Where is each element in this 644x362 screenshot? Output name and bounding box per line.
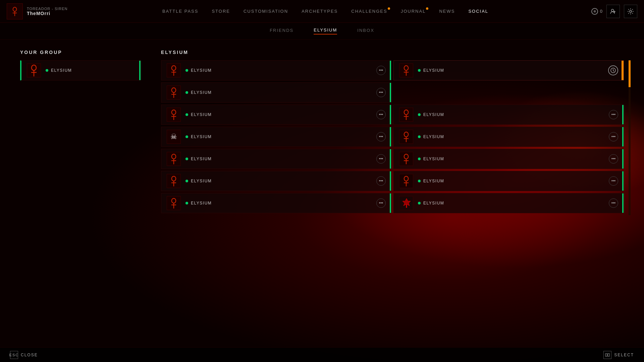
player-avatar	[7, 3, 23, 19]
your-group-member[interactable]: ELYSIUM	[20, 60, 141, 80]
elysium-member-left-1[interactable]: ELYSIUM •••	[161, 82, 391, 103]
dots-btn-left-4[interactable]: •••	[376, 154, 386, 164]
name-row-r5: ELYSIUM	[418, 201, 604, 205]
player-info: TOREADOR - SIREN TheMOrri	[7, 3, 80, 19]
currency-display: ⊕ 0	[591, 8, 602, 15]
svg-rect-46	[605, 354, 607, 356]
svg-point-17	[172, 154, 176, 159]
elysium-member-right-5[interactable]: ELYSIUM •••	[393, 193, 624, 213]
dots-btn-left-0[interactable]: •••	[376, 66, 386, 75]
border-3	[390, 127, 391, 146]
name-2: ELYSIUM	[191, 112, 212, 117]
tab-friends[interactable]: FRIENDS	[270, 28, 293, 34]
scroll-track	[629, 60, 631, 215]
dots-btn-right-1[interactable]: •••	[609, 110, 618, 119]
name-row-1: ELYSIUM	[185, 90, 372, 95]
nav-customisation[interactable]: CUSTOMISATION	[244, 9, 288, 14]
elysium-member-left-0[interactable]: ELYSIUM •••	[161, 60, 391, 80]
svg-point-23	[172, 198, 176, 203]
svg-rect-47	[608, 354, 609, 356]
context-menu-trigger[interactable]	[608, 65, 618, 75]
main-area: YOUR GROUP ELYSIUM ELYSIUM	[0, 40, 644, 347]
select-key	[603, 351, 611, 359]
member-name: ELYSIUM	[51, 68, 72, 73]
close-button[interactable]: ESC CLOSE	[10, 351, 38, 359]
your-group-title: YOUR GROUP	[20, 50, 141, 55]
elysium-grid: ELYSIUM •••	[161, 60, 624, 215]
dots-btn-right-2[interactable]: •••	[609, 132, 618, 141]
name-6: ELYSIUM	[191, 201, 212, 205]
player-details: TOREADOR - SIREN TheMOrri	[27, 7, 68, 16]
name-r3: ELYSIUM	[423, 157, 444, 161]
nav-store[interactable]: STORE	[212, 9, 230, 14]
avatar-r1	[399, 108, 413, 122]
nav-social[interactable]: SOCIAL	[468, 9, 488, 14]
nav-news[interactable]: NEWS	[439, 9, 455, 14]
name-row-r4: ELYSIUM	[418, 179, 604, 183]
settings-button[interactable]	[624, 5, 637, 18]
border-2	[390, 105, 391, 124]
avatar-0	[167, 63, 181, 77]
select-button[interactable]: SELECT	[603, 351, 634, 359]
elysium-member-right-0[interactable]: ELYSIUM INVITE TO GROUP	[393, 60, 624, 80]
elysium-section: ELYSIUM	[161, 50, 624, 337]
elysium-member-right-2[interactable]: ELYSIUM •••	[393, 127, 624, 147]
dot-r0	[418, 69, 421, 72]
elysium-member-left-5[interactable]: ELYSIUM •••	[161, 171, 391, 191]
dots-btn-left-5[interactable]: •••	[376, 176, 386, 186]
online-indicator	[46, 69, 48, 72]
elysium-member-left-3[interactable]: ☠ ELYSIUM •••	[161, 127, 391, 147]
elysium-member-right-4[interactable]: ELYSIUM •••	[393, 171, 624, 191]
bottom-bar: ESC CLOSE SELECT	[0, 347, 644, 362]
elysium-member-right-3[interactable]: ELYSIUM •••	[393, 149, 624, 169]
elysium-title: ELYSIUM	[161, 50, 624, 55]
elysium-left-col: ELYSIUM •••	[161, 60, 391, 215]
avatar-r5	[399, 196, 413, 210]
dot-4	[185, 158, 188, 160]
dot-r2	[418, 135, 421, 138]
name-row-2: ELYSIUM	[185, 112, 372, 117]
avatar-6	[167, 196, 181, 210]
esc-key: ESC	[10, 351, 18, 359]
dots-btn-right-5[interactable]: •••	[609, 198, 618, 208]
nav-archetypes[interactable]: ARCHETYPES	[302, 9, 338, 14]
dots-btn-right-3[interactable]: •••	[609, 154, 618, 164]
border-6	[390, 193, 391, 213]
dots-btn-left-1[interactable]: •••	[376, 88, 386, 97]
friends-button[interactable]	[606, 5, 620, 18]
dots-btn-left-2[interactable]: •••	[376, 110, 386, 119]
elysium-member-right-1[interactable]: ELYSIUM •••	[393, 105, 624, 125]
name-row-4: ELYSIUM	[185, 157, 372, 161]
dots-btn-left-3[interactable]: •••	[376, 132, 386, 141]
avatar-3: ☠	[167, 130, 181, 144]
name-3: ELYSIUM	[191, 134, 212, 139]
border-r3	[622, 149, 624, 169]
name-row-0: ELYSIUM	[185, 68, 372, 73]
name-row-5: ELYSIUM	[185, 179, 372, 183]
svg-point-26	[404, 66, 408, 70]
nav-journal[interactable]: JOURNAL	[401, 9, 426, 14]
top-navigation: TOREADOR - SIREN TheMOrri BATTLE PASS ST…	[0, 0, 644, 23]
sub-navigation: FRIENDS ELYSIUM INBOX	[0, 23, 644, 40]
name-row-6: ELYSIUM	[185, 201, 372, 205]
nav-battle-pass[interactable]: BATTLE PASS	[162, 9, 199, 14]
avatar-r2	[399, 130, 413, 144]
scroll-thumb[interactable]	[629, 60, 631, 87]
dots-btn-left-6[interactable]: •••	[376, 198, 386, 208]
svg-point-35	[404, 132, 408, 137]
member-avatar	[27, 63, 41, 77]
nav-challenges[interactable]: CHALLENGES	[351, 9, 387, 14]
tab-elysium[interactable]: ELYSIUM	[314, 27, 337, 35]
elysium-member-left-4[interactable]: ELYSIUM •••	[161, 149, 391, 169]
elysium-member-left-2[interactable]: ELYSIUM •••	[161, 105, 391, 125]
nav-right: ⊕ 0	[570, 5, 637, 18]
tab-inbox[interactable]: INBOX	[357, 28, 374, 34]
your-group-section: YOUR GROUP ELYSIUM	[20, 50, 141, 337]
name-r5: ELYSIUM	[423, 201, 444, 205]
dots-btn-right-4[interactable]: •••	[609, 176, 618, 186]
svg-point-11	[172, 88, 176, 93]
elysium-member-left-6[interactable]: ELYSIUM •••	[161, 193, 391, 213]
player-clan: TOREADOR - SIREN	[27, 7, 68, 11]
svg-point-41	[404, 176, 408, 181]
dot-3	[185, 135, 188, 138]
